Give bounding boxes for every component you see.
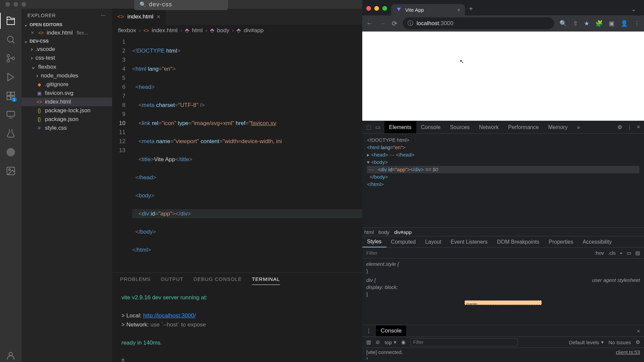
source-control-icon[interactable] [3,50,19,66]
breadcrumb[interactable]: flexbox› <>index.html› ⬘html› ⬘body› ⬘di… [112,25,362,36]
new-rule-icon[interactable]: + [620,250,623,256]
tab-accessibility[interactable]: Accessibility [578,236,616,247]
extensions-icon[interactable]: 🧩 [595,20,603,27]
close-icon[interactable]: × [457,7,460,13]
gear-icon[interactable]: ⚙ [618,124,622,130]
inspect-icon[interactable]: ⬚ [366,124,371,130]
tab-debug-console[interactable]: DEBUG CONSOLE [194,276,242,285]
device-toggle-icon[interactable]: ▭ [375,124,380,130]
back-icon[interactable]: ← [366,19,373,27]
new-tab-button[interactable]: + [465,2,477,15]
tab-terminal[interactable]: TERMINAL [252,276,280,285]
folder-css-test[interactable]: ›css-test [21,54,112,62]
file-favicon[interactable]: ▣favicon.svg [21,89,112,98]
more-icon[interactable]: ⋯ [101,13,106,18]
folder-flexbox[interactable]: ⌄flexbox [21,62,112,71]
console-body[interactable]: client.ts:53[vite] connected. › [362,348,644,362]
address-bar[interactable]: ⓘ localhost:3000 [403,17,554,29]
remote-icon[interactable] [3,107,19,123]
kebab-icon[interactable]: ⋮ [627,124,632,130]
open-editor-item[interactable]: × <> index.html flex... [21,28,112,37]
levels-dropdown[interactable]: Default levels ▾ [569,339,604,345]
file-gitignore[interactable]: ◆.gitignore [21,80,112,89]
file-package-lock[interactable]: {}package-lock.json [21,106,112,115]
tab-styles[interactable]: Styles [362,236,386,247]
explorer-icon[interactable] [3,13,19,29]
run-debug-icon[interactable] [3,69,19,85]
more-tabs-icon[interactable]: » [572,121,585,133]
extensions-icon[interactable]: 1 [3,88,19,104]
viewport[interactable]: ↖ [362,32,644,121]
reload-icon[interactable]: ⟳ [392,19,397,27]
folder-vscode[interactable]: ›.vscode [21,45,112,54]
image-icon[interactable] [3,163,19,179]
clear-icon[interactable]: ⊘ [376,339,380,345]
dom-tree[interactable]: <!DOCTYPE html> <html lang="en"> ▸ <head… [362,134,644,228]
tab-computed[interactable]: Computed [386,236,421,247]
share-icon[interactable]: ⇧ [573,20,578,27]
info-icon[interactable]: ⓘ [408,19,413,27]
browser-tab[interactable]: Vite App × [391,4,465,15]
tab-network[interactable]: Network [474,121,503,133]
drawer-tab-console[interactable]: Console [376,325,407,336]
account-icon[interactable] [3,348,19,362]
cls-toggle[interactable]: .cls [608,250,616,256]
terminal[interactable]: vite v2.9.16 dev server running at: > Lo… [112,285,362,362]
kebab-icon[interactable]: ⋮ [366,328,371,334]
styles-filter-input[interactable] [366,250,430,256]
tab-memory[interactable]: Memory [543,121,572,133]
project-header[interactable]: ⌄DEV-CSS [21,37,112,45]
testing-icon[interactable] [3,125,19,141]
forward-icon[interactable]: → [379,19,386,27]
html-file-icon: <> [36,99,42,105]
close-icon[interactable]: × [637,328,640,334]
search-activity-icon[interactable] [3,32,19,48]
tab-event-listeners[interactable]: Event Listeners [446,236,492,247]
zoom-icon[interactable]: 🔍 [559,20,567,27]
file-style-css[interactable]: #style.css [21,124,112,132]
bottom-panel: PROBLEMS OUTPUT DEBUG CONSOLE TERMINAL v… [112,273,362,362]
tab-layout[interactable]: Layout [420,236,446,247]
window-controls[interactable] [366,6,391,15]
edge-icon[interactable] [3,144,19,160]
close-icon[interactable]: × [31,30,34,36]
issues-badge[interactable]: No Issues [608,340,631,345]
code-editor[interactable]: 12345678910111213 <!DOCTYPE html> <html … [112,36,362,273]
gear-icon[interactable]: ⚙ [636,339,640,345]
styles-pane[interactable]: element.style { } user agent stylesheetd… [362,258,644,325]
computed-toggle-icon[interactable]: ▭ [627,250,631,256]
context-dropdown[interactable]: top ▾ [385,339,396,345]
open-editors-header[interactable]: ⌄OPEN EDITORS [21,21,112,28]
sidepanel-icon[interactable]: ▣ [609,20,614,27]
tab-sources[interactable]: Sources [445,121,474,133]
profile-icon[interactable]: 👤 [621,20,628,27]
tab-dom-breakpoints[interactable]: DOM Breakpoints [492,236,544,247]
editor-tab[interactable]: <> index.html × [112,9,166,25]
live-expression-icon[interactable]: ◉ [401,339,406,345]
tab-problems[interactable]: PROBLEMS [120,276,151,285]
tab-output[interactable]: OUTPUT [161,276,183,285]
file-index-html[interactable]: <>index.html [21,98,112,106]
tab-console[interactable]: Console [416,121,445,133]
close-icon[interactable]: × [637,124,640,130]
file-package-json[interactable]: {}package.json [21,115,112,124]
console-filter-input[interactable] [410,338,518,346]
box-model[interactable]: margin [465,300,542,305]
window-controls[interactable] [5,2,26,7]
layout-toggle-icon[interactable]: ▤ [635,250,640,256]
folder-node-modules[interactable]: ›node_modules [21,71,112,80]
command-center[interactable]: 🔍 dev-css [134,0,228,10]
devtools-breadcrumb[interactable]: html body div#app [362,228,644,236]
tab-properties[interactable]: Properties [544,236,578,247]
hov-toggle[interactable]: :hov [594,250,604,256]
browser-tab-strip: Vite App × + ⌄ [362,0,644,15]
menu-icon[interactable]: ⋮ [634,20,640,27]
browser-toolbar: ← → ⟳ ⓘ localhost:3000 🔍 ⇧ ★ 🧩 ▣ 👤 ⋮ [362,15,644,32]
tab-performance[interactable]: Performance [503,121,544,133]
bookmark-icon[interactable]: ★ [584,20,589,27]
tab-list-icon[interactable]: ⌄ [627,3,640,15]
code-content[interactable]: <!DOCTYPE html> <html lang="en"> <head> … [132,37,362,273]
sidebar-toggle-icon[interactable]: ▥ [366,339,371,345]
close-icon[interactable]: × [157,13,160,20]
tab-elements[interactable]: Elements [384,121,416,133]
